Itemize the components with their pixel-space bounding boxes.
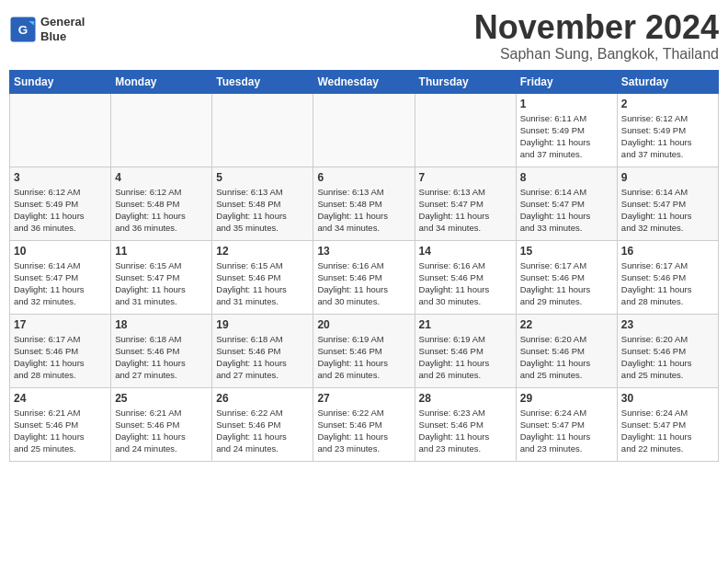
day-number: 9 (621, 171, 714, 184)
calendar-week-row: 24Sunrise: 6:21 AM Sunset: 5:46 PM Dayli… (10, 387, 719, 461)
logo: G General Blue (9, 15, 85, 43)
calendar-day-cell (313, 93, 415, 167)
calendar-day-cell: 29Sunrise: 6:24 AM Sunset: 5:47 PM Dayli… (516, 387, 617, 461)
day-number: 17 (14, 318, 107, 331)
calendar-day-cell: 30Sunrise: 6:24 AM Sunset: 5:47 PM Dayli… (617, 387, 718, 461)
day-number: 1 (520, 98, 613, 110)
month-title: November 2024 (474, 9, 719, 46)
calendar-day-cell: 23Sunrise: 6:20 AM Sunset: 5:46 PM Dayli… (617, 314, 718, 387)
logo-icon: G (9, 16, 37, 43)
day-number: 16 (621, 245, 714, 258)
day-info: Sunrise: 6:20 AM Sunset: 5:46 PM Dayligh… (520, 333, 613, 382)
calendar-day-cell: 13Sunrise: 6:16 AM Sunset: 5:46 PM Dayli… (313, 240, 415, 314)
day-info: Sunrise: 6:24 AM Sunset: 5:47 PM Dayligh… (520, 407, 613, 455)
calendar-day-cell: 22Sunrise: 6:20 AM Sunset: 5:46 PM Dayli… (516, 314, 617, 387)
day-info: Sunrise: 6:17 AM Sunset: 5:46 PM Dayligh… (14, 333, 107, 382)
day-number: 5 (216, 171, 309, 184)
calendar-day-cell: 6Sunrise: 6:13 AM Sunset: 5:48 PM Daylig… (313, 167, 415, 240)
svg-text:G: G (18, 22, 28, 36)
day-number: 28 (419, 392, 512, 405)
calendar-week-row: 1Sunrise: 6:11 AM Sunset: 5:49 PM Daylig… (10, 93, 719, 167)
calendar-week-row: 10Sunrise: 6:14 AM Sunset: 5:47 PM Dayli… (10, 240, 719, 314)
day-info: Sunrise: 6:18 AM Sunset: 5:46 PM Dayligh… (216, 333, 309, 382)
day-number: 26 (216, 392, 309, 405)
day-info: Sunrise: 6:24 AM Sunset: 5:47 PM Dayligh… (621, 407, 714, 455)
calendar-day-cell: 19Sunrise: 6:18 AM Sunset: 5:46 PM Dayli… (212, 314, 313, 387)
day-number: 20 (317, 318, 410, 331)
title-section: November 2024 Saphan Sung, Bangkok, Thai… (474, 9, 719, 63)
day-info: Sunrise: 6:19 AM Sunset: 5:46 PM Dayligh… (419, 333, 512, 382)
calendar-day-cell: 9Sunrise: 6:14 AM Sunset: 5:47 PM Daylig… (617, 167, 718, 240)
weekday-header: Friday (516, 70, 617, 93)
day-number: 29 (520, 392, 613, 405)
day-info: Sunrise: 6:17 AM Sunset: 5:46 PM Dayligh… (621, 259, 714, 308)
day-number: 3 (14, 171, 107, 184)
weekday-header: Wednesday (313, 70, 415, 93)
day-number: 23 (621, 318, 714, 331)
calendar-week-row: 3Sunrise: 6:12 AM Sunset: 5:49 PM Daylig… (10, 167, 719, 240)
day-info: Sunrise: 6:16 AM Sunset: 5:46 PM Dayligh… (317, 259, 410, 308)
calendar-day-cell: 16Sunrise: 6:17 AM Sunset: 5:46 PM Dayli… (617, 240, 718, 314)
page-header: G General Blue November 2024 Saphan Sung… (9, 9, 719, 63)
day-info: Sunrise: 6:12 AM Sunset: 5:48 PM Dayligh… (115, 186, 208, 235)
day-info: Sunrise: 6:21 AM Sunset: 5:46 PM Dayligh… (14, 407, 107, 455)
day-info: Sunrise: 6:13 AM Sunset: 5:47 PM Dayligh… (419, 186, 512, 235)
day-number: 25 (115, 392, 208, 405)
day-info: Sunrise: 6:12 AM Sunset: 5:49 PM Dayligh… (621, 112, 714, 161)
calendar-day-cell: 25Sunrise: 6:21 AM Sunset: 5:46 PM Dayli… (111, 387, 212, 461)
day-info: Sunrise: 6:16 AM Sunset: 5:46 PM Dayligh… (419, 259, 512, 308)
day-info: Sunrise: 6:13 AM Sunset: 5:48 PM Dayligh… (317, 186, 410, 235)
calendar-day-cell: 18Sunrise: 6:18 AM Sunset: 5:46 PM Dayli… (111, 314, 212, 387)
day-number: 14 (419, 245, 512, 258)
location-title: Saphan Sung, Bangkok, Thailand (474, 46, 719, 63)
weekday-header: Thursday (415, 70, 516, 93)
day-number: 24 (14, 392, 107, 405)
day-number: 18 (115, 318, 208, 331)
calendar-day-cell: 11Sunrise: 6:15 AM Sunset: 5:47 PM Dayli… (111, 240, 212, 314)
calendar-day-cell: 10Sunrise: 6:14 AM Sunset: 5:47 PM Dayli… (10, 240, 111, 314)
calendar-day-cell: 8Sunrise: 6:14 AM Sunset: 5:47 PM Daylig… (516, 167, 617, 240)
calendar-day-cell: 3Sunrise: 6:12 AM Sunset: 5:49 PM Daylig… (10, 167, 111, 240)
calendar-day-cell (111, 93, 212, 167)
day-info: Sunrise: 6:22 AM Sunset: 5:46 PM Dayligh… (216, 407, 309, 455)
day-info: Sunrise: 6:17 AM Sunset: 5:46 PM Dayligh… (520, 259, 613, 308)
day-number: 21 (419, 318, 512, 331)
day-number: 10 (14, 245, 107, 258)
calendar-day-cell: 24Sunrise: 6:21 AM Sunset: 5:46 PM Dayli… (10, 387, 111, 461)
day-info: Sunrise: 6:21 AM Sunset: 5:46 PM Dayligh… (115, 407, 208, 455)
day-number: 6 (317, 171, 410, 184)
calendar-week-row: 17Sunrise: 6:17 AM Sunset: 5:46 PM Dayli… (10, 314, 719, 387)
calendar-day-cell: 14Sunrise: 6:16 AM Sunset: 5:46 PM Dayli… (415, 240, 516, 314)
day-info: Sunrise: 6:14 AM Sunset: 5:47 PM Dayligh… (520, 186, 613, 235)
calendar-day-cell: 1Sunrise: 6:11 AM Sunset: 5:49 PM Daylig… (516, 93, 617, 167)
calendar-day-cell: 28Sunrise: 6:23 AM Sunset: 5:46 PM Dayli… (415, 387, 516, 461)
day-info: Sunrise: 6:23 AM Sunset: 5:46 PM Dayligh… (419, 407, 512, 455)
calendar-day-cell: 27Sunrise: 6:22 AM Sunset: 5:46 PM Dayli… (313, 387, 415, 461)
day-info: Sunrise: 6:14 AM Sunset: 5:47 PM Dayligh… (14, 259, 107, 308)
calendar-day-cell: 5Sunrise: 6:13 AM Sunset: 5:48 PM Daylig… (212, 167, 313, 240)
day-number: 27 (317, 392, 410, 405)
calendar-day-cell: 17Sunrise: 6:17 AM Sunset: 5:46 PM Dayli… (10, 314, 111, 387)
day-info: Sunrise: 6:18 AM Sunset: 5:46 PM Dayligh… (115, 333, 208, 382)
day-info: Sunrise: 6:14 AM Sunset: 5:47 PM Dayligh… (621, 186, 714, 235)
calendar-day-cell: 26Sunrise: 6:22 AM Sunset: 5:46 PM Dayli… (212, 387, 313, 461)
calendar-day-cell: 20Sunrise: 6:19 AM Sunset: 5:46 PM Dayli… (313, 314, 415, 387)
weekday-header: Saturday (617, 70, 718, 93)
day-number: 7 (419, 171, 512, 184)
day-number: 8 (520, 171, 613, 184)
day-info: Sunrise: 6:20 AM Sunset: 5:46 PM Dayligh… (621, 333, 714, 382)
day-number: 15 (520, 245, 613, 258)
day-number: 11 (115, 245, 208, 258)
day-info: Sunrise: 6:22 AM Sunset: 5:46 PM Dayligh… (317, 407, 410, 455)
day-info: Sunrise: 6:12 AM Sunset: 5:49 PM Dayligh… (14, 186, 107, 235)
day-info: Sunrise: 6:15 AM Sunset: 5:47 PM Dayligh… (115, 259, 208, 308)
day-number: 2 (621, 98, 714, 110)
day-number: 4 (115, 171, 208, 184)
calendar-day-cell: 21Sunrise: 6:19 AM Sunset: 5:46 PM Dayli… (415, 314, 516, 387)
day-info: Sunrise: 6:15 AM Sunset: 5:46 PM Dayligh… (216, 259, 309, 308)
calendar-header-row: SundayMondayTuesdayWednesdayThursdayFrid… (10, 70, 719, 93)
day-number: 13 (317, 245, 410, 258)
calendar-day-cell: 7Sunrise: 6:13 AM Sunset: 5:47 PM Daylig… (415, 167, 516, 240)
calendar-day-cell (415, 93, 516, 167)
day-info: Sunrise: 6:11 AM Sunset: 5:49 PM Dayligh… (520, 112, 613, 161)
